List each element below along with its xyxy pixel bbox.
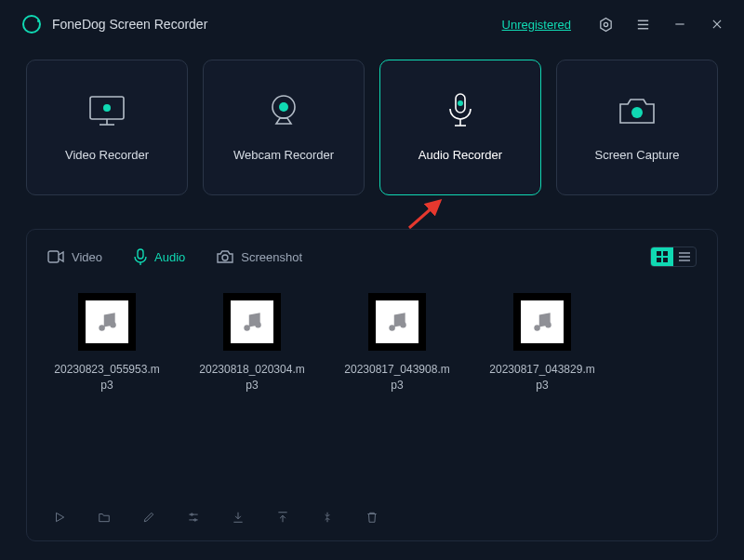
mode-video-recorder[interactable]: Video Recorder [26,60,188,195]
file-item[interactable]: 20230817_043908.mp3 [341,293,453,501]
file-thumbnail [78,293,136,351]
compress-button[interactable] [319,509,336,526]
file-name: 20230817_043829.mp3 [486,362,598,393]
file-thumbnail [513,293,571,351]
app-title: FoneDog Screen Recorder [52,17,207,32]
edit-button[interactable] [140,509,157,526]
tab-label: Screenshot [241,250,302,264]
svg-point-33 [244,325,250,331]
settings-icon[interactable] [597,16,614,33]
svg-point-38 [545,322,551,328]
svg-point-11 [103,104,111,112]
file-toolbar [47,501,697,531]
mode-label: Audio Recorder [418,148,502,162]
tab-video[interactable]: Video [47,250,102,264]
svg-rect-20 [48,251,59,262]
svg-point-34 [255,322,261,328]
svg-point-36 [400,322,406,328]
list-view-button[interactable] [673,247,696,266]
export-button[interactable] [274,509,291,526]
webcam-icon [261,94,306,127]
svg-point-17 [458,100,463,106]
svg-point-18 [631,107,643,118]
svg-point-31 [99,325,105,331]
file-item[interactable]: 20230817_043829.mp3 [486,293,598,501]
mode-screen-capture[interactable]: Screen Capture [556,60,718,195]
camera-icon [615,94,659,127]
delete-button[interactable] [364,509,380,526]
file-name: 20230817_043908.mp3 [341,362,453,393]
file-item[interactable]: 20230818_020304.mp3 [196,293,308,501]
mode-label: Screen Capture [594,148,679,162]
svg-rect-27 [663,258,668,262]
file-name: 20230823_055953.mp3 [51,362,163,393]
mode-label: Webcam Recorder [233,148,334,162]
annotation-arrow-icon [405,195,451,233]
minimize-icon[interactable] [671,16,688,33]
grid-view-button[interactable] [651,247,673,266]
file-thumbnail [368,293,426,351]
play-button[interactable] [51,509,68,526]
tab-audio[interactable]: Audio [134,248,185,265]
app-logo-icon [22,15,41,33]
menu-icon[interactable] [634,16,651,33]
music-note-icon [240,310,264,334]
svg-point-32 [110,322,116,328]
music-note-icon [530,310,554,334]
tab-screenshot[interactable]: Screenshot [217,250,302,264]
music-note-icon [385,310,409,334]
microphone-icon [134,248,147,265]
mode-label: Video Recorder [65,148,149,162]
svg-line-19 [409,201,440,228]
file-grid: 20230823_055953.mp3 20230818_020304.mp3 … [47,267,697,501]
svg-point-35 [389,325,395,331]
svg-rect-24 [657,251,661,256]
svg-point-13 [279,102,288,112]
camera-icon [217,250,233,263]
svg-rect-26 [657,258,661,262]
app-header: FoneDog Screen Recorder Unregistered [0,0,744,48]
import-button[interactable] [230,509,246,526]
tab-label: Audio [154,250,185,264]
close-icon[interactable] [709,16,725,33]
open-folder-button[interactable] [96,509,113,526]
svg-marker-39 [57,513,64,521]
library-tabs: Video Audio Screenshot [47,247,697,267]
file-thumbnail [223,293,281,351]
tab-label: Video [72,250,102,264]
mode-webcam-recorder[interactable]: Webcam Recorder [203,60,365,195]
svg-point-37 [534,325,540,331]
unregistered-link[interactable]: Unregistered [502,18,571,32]
file-item[interactable]: 20230823_055953.mp3 [51,293,163,501]
file-name: 20230818_020304.mp3 [196,362,308,393]
sliders-button[interactable] [185,509,202,526]
microphone-icon [438,94,483,127]
svg-point-23 [222,255,228,260]
svg-rect-25 [663,251,668,256]
monitor-icon [85,94,129,127]
svg-point-1 [604,22,607,26]
mode-selector: Video Recorder Webcam Recorder Audio Rec… [0,48,744,195]
mode-audio-recorder[interactable]: Audio Recorder [379,60,541,195]
music-note-icon [95,310,119,334]
library-panel: Video Audio Screenshot 20230823_055953.m… [26,229,718,541]
svg-rect-21 [138,249,143,259]
view-toggle [650,247,697,267]
svg-marker-0 [600,18,610,31]
video-icon [47,250,64,263]
